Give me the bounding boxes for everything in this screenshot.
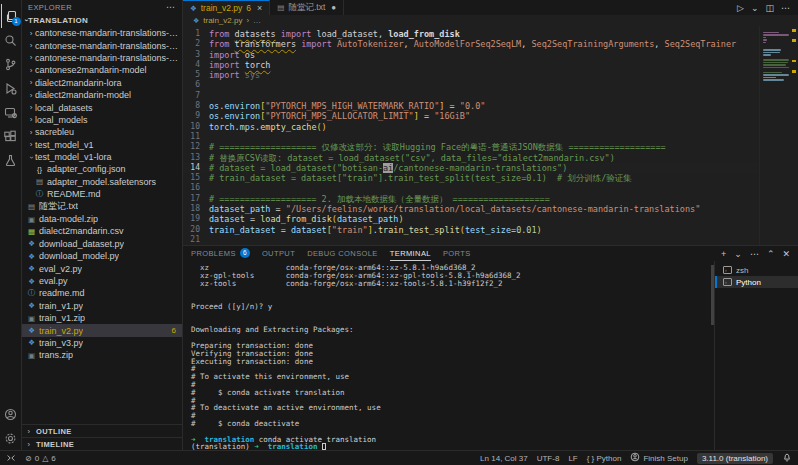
panel-tab-problems[interactable]: PROBLEMS6: [191, 246, 250, 261]
split-editor-button[interactable]: ◫: [765, 3, 774, 13]
eol[interactable]: LF: [568, 454, 577, 463]
activity-bar-testing[interactable]: [1, 148, 21, 172]
run-button[interactable]: ▷: [737, 3, 744, 13]
tree-file-adapter_config.json[interactable]: {}adapter_config.json: [22, 163, 182, 175]
modified-dot-icon[interactable]: ●: [331, 3, 336, 12]
code-line-14[interactable]: 14# dataset = load_dataset("botisan-ai/c…: [183, 163, 759, 173]
code-line-17[interactable]: 17# =================== 2. 加载本地数据集（全量数据）…: [183, 194, 759, 204]
activity-bar-source-control[interactable]: [1, 52, 21, 76]
tab-随堂记.txt[interactable]: ▤随堂记.txt●: [270, 0, 344, 15]
code-line-9[interactable]: 9os.environ["PYTORCH_MPS_ALLOCATOR_LIMIT…: [183, 111, 759, 121]
overview-ruler[interactable]: [791, 26, 798, 245]
code-line-20[interactable]: 20train_dataset = dataset["train"].train…: [183, 225, 759, 235]
tree-folder-local_models[interactable]: ›local_models: [22, 114, 182, 126]
activity-bar-settings[interactable]: [1, 426, 21, 450]
terminal-dropdown[interactable]: ⌄: [734, 249, 742, 259]
tab-train_v2.py[interactable]: ❖train_v2.py6×: [183, 0, 270, 15]
language-mode[interactable]: { } Python: [587, 454, 622, 463]
chevron-right-icon: ›: [27, 53, 35, 62]
file-tree: ›cantonese-mandarin-translations-mo...›c…: [22, 27, 182, 362]
tree-file-README.md[interactable]: ⓘREADME.md: [22, 188, 182, 200]
code-line-15[interactable]: 15# train_dataset = dataset["train"].tra…: [183, 173, 759, 183]
activity-bar-search[interactable]: [1, 28, 21, 52]
breadcrumb[interactable]: ❖ train_v2.py › …: [183, 15, 798, 26]
activity-bar-remote-explorer[interactable]: [1, 100, 21, 124]
terminal-output[interactable]: xz conda-forge/osx-arm64::xz-5.8.1-h9a6d…: [183, 261, 711, 450]
tree-file-train_v1.py[interactable]: ❖train_v1.py: [22, 300, 182, 312]
tree-folder-sacrebleu[interactable]: ›sacrebleu: [22, 126, 182, 138]
run-dropdown[interactable]: ⌄: [751, 3, 759, 13]
tree-file-readme.md[interactable]: ⓘreadme.md: [22, 287, 182, 299]
python-interpreter[interactable]: 3.11.0 (translation): [697, 453, 773, 464]
panel-tab-ports[interactable]: PORTS: [443, 246, 471, 261]
code-text: import sys: [209, 70, 260, 80]
tree-file-data-model.zip[interactable]: ▣data-model.zip: [22, 213, 182, 225]
code-line-3[interactable]: 3import os: [183, 50, 759, 60]
code-line-7[interactable]: 7: [183, 91, 759, 101]
code-line-4[interactable]: 4import torch: [183, 60, 759, 70]
py-file-icon: ❖: [27, 264, 36, 273]
explorer-root-folder[interactable]: › TRANSLATION: [22, 14, 182, 27]
activity-bar-accounts[interactable]: [1, 402, 21, 426]
code-line-10[interactable]: 10torch.mps.empty_cache(): [183, 122, 759, 132]
tree-file-download_dataset.py[interactable]: ❖download_dataset.py: [22, 238, 182, 250]
activity-bar-explorer[interactable]: 1: [1, 4, 21, 28]
code-line-8[interactable]: 8os.environ["PYTORCH_MPS_HIGH_WATERMARK_…: [183, 101, 759, 111]
problems-status[interactable]: ⊘ 0 △ 6: [25, 454, 56, 463]
finish-setup[interactable]: Finish Setup: [630, 452, 687, 464]
tree-file-train_v1.zip[interactable]: ▣train_v1.zip: [22, 312, 182, 324]
activity-bar-run-debug[interactable]: [1, 76, 21, 100]
sidebar-section-outline[interactable]: ›OUTLINE: [22, 424, 182, 437]
more-actions-button[interactable]: ⋯: [750, 249, 759, 259]
code-line-11[interactable]: 11: [183, 132, 759, 142]
encoding[interactable]: UTF-8: [537, 454, 560, 463]
tree-folder-cantonese2mandarin-model[interactable]: ›cantonese2mandarin-model: [22, 64, 182, 76]
tree-folder-local_datasets[interactable]: ›local_datasets: [22, 101, 182, 113]
more-actions-button[interactable]: ⋯: [781, 3, 790, 13]
tree-folder-dialect2mandarin-lora[interactable]: ›dialect2mandarin-lora: [22, 77, 182, 89]
tree-folder-test_model_v1[interactable]: ›test_model_v1: [22, 139, 182, 151]
code-line-6[interactable]: 6: [183, 80, 759, 90]
tree-file-train_v2.py[interactable]: ❖train_v2.py6: [22, 324, 182, 336]
panel-tab-output[interactable]: OUTPUT: [262, 246, 295, 261]
tree-file-eval.py[interactable]: ❖eval.py: [22, 275, 182, 287]
tree-folder-dialect2mandarin-model[interactable]: ›dialect2mandarin-model: [22, 89, 182, 101]
panel-tab-debug-console[interactable]: DEBUG CONSOLE: [307, 246, 378, 261]
code-line-16[interactable]: 16: [183, 183, 759, 193]
tree-file-train_v3.py[interactable]: ❖train_v3.py: [22, 337, 182, 349]
code-line-18[interactable]: 18dataset_path = "/Users/feelins/works/t…: [183, 204, 759, 214]
code-line-21[interactable]: 21: [183, 235, 759, 245]
tree-file-trans.zip[interactable]: ▣trans.zip: [22, 349, 182, 361]
tree-file-eval_v2.py[interactable]: ❖eval_v2.py: [22, 262, 182, 274]
tree-file-adapter_model.safetensors[interactable]: ▤adapter_model.safetensors: [22, 176, 182, 188]
close-icon[interactable]: ×: [257, 3, 262, 13]
close-panel-button[interactable]: ✕: [782, 249, 790, 259]
activity-bar-extensions[interactable]: [1, 124, 21, 148]
code-editor[interactable]: 1from datasets import load_dataset, load…: [183, 26, 798, 245]
terminal-instance-zsh[interactable]: ›zsh: [715, 264, 798, 276]
tree-file-download_model.py[interactable]: ❖download_model.py: [22, 250, 182, 262]
code-line-2[interactable]: 2from transformers import AutoTokenizer,…: [183, 39, 759, 49]
line-number: 15: [183, 173, 209, 183]
maximize-panel-button[interactable]: ⌃: [767, 249, 775, 259]
tree-folder-cantonese-mandarin-translations-mo...[interactable]: ›cantonese-mandarin-translations-mo...: [22, 27, 182, 39]
new-terminal-button[interactable]: +: [721, 249, 726, 259]
explorer-more-actions-icon[interactable]: ⋯: [166, 2, 176, 12]
code-line-1[interactable]: 1from datasets import load_dataset, load…: [183, 29, 759, 39]
code-line-12[interactable]: 12# =================== 仅修改这部分: 读取Huggin…: [183, 142, 759, 152]
sidebar-section-timeline[interactable]: ›TIMELINE: [22, 437, 182, 450]
code-line-13[interactable]: 13# 替换原CSV读取: dataset = load_dataset("cs…: [183, 153, 759, 163]
tree-folder-cantonese-mandarin-translations-mo...[interactable]: ›cantonese-mandarin-translations-mo...: [22, 52, 182, 64]
cursor-position[interactable]: Ln 14, Col 37: [480, 454, 528, 463]
tree-file-随堂记.txt[interactable]: ▤随堂记.txt: [22, 200, 182, 212]
tree-folder-cantonese-mandarin-translations-mo...[interactable]: ›cantonese-mandarin-translations-mo...: [22, 39, 182, 51]
tree-folder-test_model_v1-lora[interactable]: ›test_model_v1-lora: [22, 151, 182, 163]
terminal-instance-python[interactable]: ›Python: [715, 276, 798, 288]
notifications[interactable]: [782, 452, 792, 464]
remote-indicator[interactable]: [6, 453, 16, 463]
minimap[interactable]: [759, 26, 791, 245]
panel-tab-terminal[interactable]: TERMINAL: [390, 246, 431, 261]
code-line-19[interactable]: 19dataset = load_from_disk(dataset_path): [183, 214, 759, 224]
code-line-5[interactable]: 5import sys: [183, 70, 759, 80]
tree-file-dialect2mandarin.csv[interactable]: ▦dialect2mandarin.csv: [22, 225, 182, 237]
